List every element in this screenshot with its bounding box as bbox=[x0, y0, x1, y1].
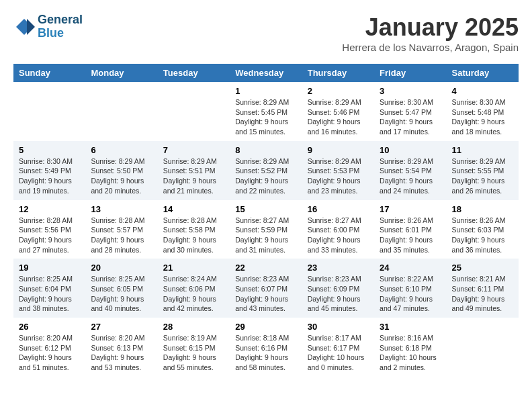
calendar-week-1: 1Sunrise: 8:29 AMSunset: 5:45 PMDaylight… bbox=[13, 82, 519, 141]
day-number: 13 bbox=[91, 204, 152, 214]
location-subtitle: Herrera de los Navarros, Aragon, Spain bbox=[342, 42, 519, 53]
page-header: General Blue January 2025 Herrera de los… bbox=[13, 13, 519, 53]
calendar-cell: 9Sunrise: 8:29 AMSunset: 5:53 PMDaylight… bbox=[302, 141, 374, 200]
day-number: 24 bbox=[380, 263, 441, 273]
day-number: 2 bbox=[308, 86, 369, 96]
day-number: 26 bbox=[19, 322, 80, 332]
weekday-header-saturday: Saturday bbox=[447, 64, 519, 82]
logo-icon bbox=[13, 16, 35, 38]
calendar-cell: 5Sunrise: 8:30 AMSunset: 5:49 PMDaylight… bbox=[13, 141, 85, 200]
day-number: 20 bbox=[91, 263, 152, 273]
day-number: 28 bbox=[163, 322, 224, 332]
calendar-cell: 6Sunrise: 8:29 AMSunset: 5:50 PMDaylight… bbox=[85, 141, 157, 200]
calendar-week-4: 19Sunrise: 8:25 AMSunset: 6:04 PMDayligh… bbox=[13, 259, 519, 318]
day-info: Sunrise: 8:30 AMSunset: 5:48 PMDaylight:… bbox=[452, 97, 513, 137]
weekday-header-thursday: Thursday bbox=[302, 64, 374, 82]
calendar-cell: 22Sunrise: 8:23 AMSunset: 6:07 PMDayligh… bbox=[230, 259, 302, 318]
calendar-cell: 3Sunrise: 8:30 AMSunset: 5:47 PMDaylight… bbox=[374, 82, 446, 141]
day-info: Sunrise: 8:29 AMSunset: 5:51 PMDaylight:… bbox=[163, 156, 224, 196]
day-info: Sunrise: 8:29 AMSunset: 5:53 PMDaylight:… bbox=[308, 156, 369, 196]
day-info: Sunrise: 8:29 AMSunset: 5:45 PMDaylight:… bbox=[235, 97, 296, 137]
day-info: Sunrise: 8:30 AMSunset: 5:49 PMDaylight:… bbox=[19, 156, 80, 196]
calendar-cell: 31Sunrise: 8:16 AMSunset: 6:18 PMDayligh… bbox=[374, 318, 446, 377]
calendar-cell: 1Sunrise: 8:29 AMSunset: 5:45 PMDaylight… bbox=[230, 82, 302, 141]
day-number: 7 bbox=[163, 145, 224, 155]
day-info: Sunrise: 8:20 AMSunset: 6:13 PMDaylight:… bbox=[91, 333, 152, 373]
day-info: Sunrise: 8:29 AMSunset: 5:50 PMDaylight:… bbox=[91, 156, 152, 196]
day-info: Sunrise: 8:20 AMSunset: 6:12 PMDaylight:… bbox=[19, 333, 80, 373]
day-number: 4 bbox=[452, 86, 513, 96]
calendar-cell: 14Sunrise: 8:28 AMSunset: 5:58 PMDayligh… bbox=[158, 200, 230, 259]
day-number: 31 bbox=[380, 322, 441, 332]
day-number: 16 bbox=[308, 204, 369, 214]
weekday-header-tuesday: Tuesday bbox=[158, 64, 230, 82]
month-title: January 2025 bbox=[342, 13, 519, 42]
day-info: Sunrise: 8:25 AMSunset: 6:05 PMDaylight:… bbox=[91, 274, 152, 314]
day-info: Sunrise: 8:16 AMSunset: 6:18 PMDaylight:… bbox=[380, 333, 441, 373]
weekday-header-monday: Monday bbox=[85, 64, 157, 82]
calendar-cell: 13Sunrise: 8:28 AMSunset: 5:57 PMDayligh… bbox=[85, 200, 157, 259]
calendar-header: SundayMondayTuesdayWednesdayThursdayFrid… bbox=[13, 64, 519, 82]
day-info: Sunrise: 8:28 AMSunset: 5:58 PMDaylight:… bbox=[163, 216, 224, 255]
calendar-cell: 11Sunrise: 8:29 AMSunset: 5:55 PMDayligh… bbox=[447, 141, 519, 200]
day-number: 5 bbox=[19, 145, 80, 155]
calendar-cell: 10Sunrise: 8:29 AMSunset: 5:54 PMDayligh… bbox=[374, 141, 446, 200]
day-number: 10 bbox=[380, 145, 441, 155]
day-number: 19 bbox=[19, 263, 80, 273]
day-info: Sunrise: 8:30 AMSunset: 5:47 PMDaylight:… bbox=[380, 97, 441, 137]
day-info: Sunrise: 8:18 AMSunset: 6:16 PMDaylight:… bbox=[235, 333, 296, 373]
calendar-cell: 25Sunrise: 8:21 AMSunset: 6:11 PMDayligh… bbox=[447, 259, 519, 318]
calendar-cell bbox=[85, 82, 157, 141]
calendar-cell: 24Sunrise: 8:22 AMSunset: 6:10 PMDayligh… bbox=[374, 259, 446, 318]
calendar-cell: 16Sunrise: 8:27 AMSunset: 6:00 PMDayligh… bbox=[302, 200, 374, 259]
calendar-table: SundayMondayTuesdayWednesdayThursdayFrid… bbox=[13, 64, 519, 377]
day-number: 9 bbox=[308, 145, 369, 155]
weekday-header-friday: Friday bbox=[374, 64, 446, 82]
calendar-cell: 20Sunrise: 8:25 AMSunset: 6:05 PMDayligh… bbox=[85, 259, 157, 318]
calendar-cell: 15Sunrise: 8:27 AMSunset: 5:59 PMDayligh… bbox=[230, 200, 302, 259]
day-info: Sunrise: 8:25 AMSunset: 6:04 PMDaylight:… bbox=[19, 274, 80, 314]
day-number: 21 bbox=[163, 263, 224, 273]
day-info: Sunrise: 8:17 AMSunset: 6:17 PMDaylight:… bbox=[308, 333, 369, 373]
calendar-cell: 30Sunrise: 8:17 AMSunset: 6:17 PMDayligh… bbox=[302, 318, 374, 377]
calendar-cell bbox=[447, 318, 519, 377]
calendar-cell: 21Sunrise: 8:24 AMSunset: 6:06 PMDayligh… bbox=[158, 259, 230, 318]
day-number: 29 bbox=[235, 322, 296, 332]
calendar-cell bbox=[13, 82, 85, 141]
calendar-week-2: 5Sunrise: 8:30 AMSunset: 5:49 PMDaylight… bbox=[13, 141, 519, 200]
day-number: 17 bbox=[380, 204, 441, 214]
day-info: Sunrise: 8:23 AMSunset: 6:09 PMDaylight:… bbox=[308, 274, 369, 314]
calendar-week-3: 12Sunrise: 8:28 AMSunset: 5:56 PMDayligh… bbox=[13, 200, 519, 259]
day-info: Sunrise: 8:29 AMSunset: 5:55 PMDaylight:… bbox=[452, 156, 513, 196]
day-info: Sunrise: 8:22 AMSunset: 6:10 PMDaylight:… bbox=[380, 274, 441, 314]
day-number: 25 bbox=[452, 263, 513, 273]
calendar-cell: 19Sunrise: 8:25 AMSunset: 6:04 PMDayligh… bbox=[13, 259, 85, 318]
day-info: Sunrise: 8:29 AMSunset: 5:52 PMDaylight:… bbox=[235, 156, 296, 196]
calendar-cell: 26Sunrise: 8:20 AMSunset: 6:12 PMDayligh… bbox=[13, 318, 85, 377]
calendar-cell: 29Sunrise: 8:18 AMSunset: 6:16 PMDayligh… bbox=[230, 318, 302, 377]
logo-text: General Blue bbox=[38, 13, 83, 40]
day-number: 14 bbox=[163, 204, 224, 214]
calendar-cell: 8Sunrise: 8:29 AMSunset: 5:52 PMDaylight… bbox=[230, 141, 302, 200]
day-info: Sunrise: 8:29 AMSunset: 5:46 PMDaylight:… bbox=[308, 97, 369, 137]
svg-marker-1 bbox=[27, 19, 35, 35]
day-number: 22 bbox=[235, 263, 296, 273]
day-info: Sunrise: 8:27 AMSunset: 6:00 PMDaylight:… bbox=[308, 216, 369, 255]
day-number: 18 bbox=[452, 204, 513, 214]
day-number: 3 bbox=[380, 86, 441, 96]
calendar-cell bbox=[158, 82, 230, 141]
calendar-cell: 17Sunrise: 8:26 AMSunset: 6:01 PMDayligh… bbox=[374, 200, 446, 259]
day-number: 23 bbox=[308, 263, 369, 273]
day-number: 1 bbox=[235, 86, 296, 96]
calendar-cell: 18Sunrise: 8:26 AMSunset: 6:03 PMDayligh… bbox=[447, 200, 519, 259]
calendar-cell: 27Sunrise: 8:20 AMSunset: 6:13 PMDayligh… bbox=[85, 318, 157, 377]
day-info: Sunrise: 8:23 AMSunset: 6:07 PMDaylight:… bbox=[235, 274, 296, 314]
day-number: 11 bbox=[452, 145, 513, 155]
day-info: Sunrise: 8:29 AMSunset: 5:54 PMDaylight:… bbox=[380, 156, 441, 196]
calendar-cell: 23Sunrise: 8:23 AMSunset: 6:09 PMDayligh… bbox=[302, 259, 374, 318]
day-number: 6 bbox=[91, 145, 152, 155]
weekday-header-wednesday: Wednesday bbox=[230, 64, 302, 82]
calendar-cell: 12Sunrise: 8:28 AMSunset: 5:56 PMDayligh… bbox=[13, 200, 85, 259]
day-number: 12 bbox=[19, 204, 80, 214]
day-info: Sunrise: 8:26 AMSunset: 6:03 PMDaylight:… bbox=[452, 216, 513, 255]
